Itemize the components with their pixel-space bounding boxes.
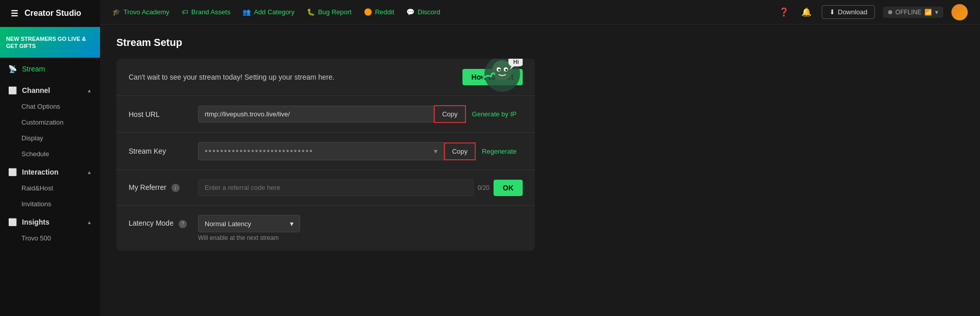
topnav-reddit[interactable]: 🟠 Reddit	[364, 8, 395, 16]
sidebar-item-invitations[interactable]: Invitations	[0, 196, 100, 212]
sidebar-banner[interactable]: New Streamers Go Live & Get Gifts	[0, 27, 100, 58]
card-header: Can't wait to see your stream today! Set…	[116, 59, 535, 96]
referrer-ok-button[interactable]: OK	[494, 180, 523, 196]
card-header-text: Can't wait to see your stream today! Set…	[129, 73, 334, 81]
sidebar-item-display[interactable]: Display	[0, 130, 100, 146]
sidebar-item-stream[interactable]: 📡 Stream	[0, 58, 100, 80]
channel-icon: ⬜	[8, 86, 17, 94]
referrer-field-group: 0/20 OK	[198, 179, 523, 196]
topnav-discord[interactable]: 💬 Discord	[406, 8, 440, 16]
topnav-links: 🎓 Trovo Academy 🏷 Brand Assets 👥 Add Cat…	[112, 8, 440, 16]
regenerate-button[interactable]: Regenerate	[476, 143, 523, 159]
mascot-svg: Hi	[467, 59, 523, 97]
stream-key-row: Stream Key •••••••••••••••••••••••••••• …	[116, 133, 535, 170]
referrer-row: My Referrer i 0/20 OK	[116, 170, 535, 206]
offline-status[interactable]: OFFLINE 📶 ▾	[883, 7, 943, 18]
mascot-decoration: Hi	[461, 59, 523, 94]
stream-key-toggle-icon[interactable]: ▾	[434, 147, 437, 155]
svg-point-7	[507, 71, 512, 74]
stream-icon: 📡	[8, 65, 17, 73]
topnav-add-category[interactable]: 👥 Add Category	[242, 8, 295, 16]
category-icon: 👥	[242, 8, 251, 16]
sidebar-channel-header[interactable]: ⬜ Channel ▲	[0, 80, 100, 99]
content-area: Stream Setup Can't wait to see your stre…	[100, 25, 980, 316]
notifications-icon-button[interactable]: 🔔	[799, 5, 814, 19]
insights-icon: ⬜	[8, 218, 17, 226]
latency-top: Latency Mode ? Normal Latency ▾	[129, 215, 523, 232]
svg-point-4	[498, 69, 500, 71]
menu-icon: ☰	[8, 7, 20, 19]
app-title: Creator Studio	[24, 9, 81, 18]
signal-icon: 📶	[924, 9, 932, 16]
sidebar-item-raid-host[interactable]: Raid&Host	[0, 180, 100, 196]
stream-key-dots: ••••••••••••••••••••••••••••	[205, 147, 430, 156]
latency-label: Latency Mode ?	[129, 219, 190, 228]
sidebar-logo[interactable]: ☰ Creator Studio	[0, 0, 100, 27]
topnav-trovo-academy[interactable]: 🎓 Trovo Academy	[112, 8, 169, 16]
insights-chevron: ▲	[87, 220, 92, 225]
channel-chevron: ▲	[87, 88, 92, 93]
help-icon-button[interactable]: ❓	[777, 5, 791, 19]
sidebar: ☰ Creator Studio New Streamers Go Live &…	[0, 0, 100, 316]
user-avatar[interactable]	[951, 4, 968, 20]
svg-point-5	[505, 69, 507, 71]
stream-key-field-group: •••••••••••••••••••••••••••• ▾ Copy Rege…	[198, 142, 523, 160]
topnav-brand-assets[interactable]: 🏷 Brand Assets	[182, 8, 231, 16]
sidebar-insights-header[interactable]: ⬜ Insights ▲	[0, 212, 100, 230]
host-url-label: Host URL	[129, 110, 190, 118]
stream-key-field[interactable]: •••••••••••••••••••••••••••• ▾	[198, 142, 444, 160]
sidebar-item-trovo500[interactable]: Trovo 500	[0, 230, 100, 246]
sidebar-item-customization[interactable]: Customization	[0, 114, 100, 130]
bug-icon: 🐛	[307, 8, 315, 16]
host-url-field-group: Copy Generate by IP	[198, 105, 523, 123]
sidebar-interaction-header[interactable]: ⬜ Interaction ▲	[0, 162, 100, 180]
discord-icon: 💬	[406, 8, 414, 16]
stream-key-label: Stream Key	[129, 147, 190, 155]
stream-setup-card: Can't wait to see your stream today! Set…	[116, 59, 535, 251]
latency-chevron-icon: ▾	[290, 220, 293, 228]
referrer-counter: 0/20	[478, 184, 489, 191]
stream-key-copy-button[interactable]: Copy	[444, 142, 476, 160]
referrer-label: My Referrer i	[129, 183, 190, 192]
download-button[interactable]: ⬇ Download	[822, 5, 875, 19]
sidebar-item-chat-options[interactable]: Chat Options	[0, 99, 100, 114]
host-url-input[interactable]	[198, 106, 434, 123]
host-url-copy-button[interactable]: Copy	[434, 105, 465, 123]
latency-mode-row: Latency Mode ? Normal Latency ▾ Will ena…	[116, 206, 535, 251]
topnav: 🎓 Trovo Academy 🏷 Brand Assets 👥 Add Cat…	[100, 0, 980, 25]
page-title: Stream Setup	[116, 37, 964, 48]
host-url-row: Host URL Copy Generate by IP	[116, 96, 535, 133]
latency-select[interactable]: Normal Latency ▾	[198, 215, 300, 232]
latency-select-text: Normal Latency	[205, 220, 286, 228]
brand-icon: 🏷	[182, 8, 188, 16]
interaction-chevron: ▲	[87, 169, 92, 175]
dropdown-chevron: ▾	[935, 9, 938, 16]
topnav-bug-report[interactable]: 🐛 Bug Report	[307, 8, 352, 16]
svg-text:Hi: Hi	[513, 59, 519, 65]
referrer-input[interactable]	[198, 179, 474, 196]
sidebar-section-channel: ⬜ Channel ▲ Chat Options Customization D…	[0, 80, 100, 162]
download-icon: ⬇	[829, 8, 835, 16]
referrer-info-icon[interactable]: i	[172, 184, 180, 192]
sidebar-section-insights: ⬜ Insights ▲ Trovo 500	[0, 212, 100, 246]
academy-icon: 🎓	[112, 8, 120, 16]
topnav-right: ❓ 🔔 ⬇ Download OFFLINE 📶 ▾	[777, 4, 968, 20]
sidebar-item-schedule[interactable]: Schedule	[0, 146, 100, 162]
sidebar-section-interaction: ⬜ Interaction ▲ Raid&Host Invitations	[0, 162, 100, 212]
offline-dot	[888, 10, 892, 14]
latency-hint: Will enable at the next stream	[129, 234, 523, 241]
reddit-icon: 🟠	[364, 8, 372, 16]
main-area: 🎓 Trovo Academy 🏷 Brand Assets 👥 Add Cat…	[100, 0, 980, 316]
generate-by-ip-button[interactable]: Generate by IP	[466, 106, 523, 122]
latency-info-icon[interactable]: ?	[179, 220, 187, 228]
interaction-icon: ⬜	[8, 168, 17, 176]
